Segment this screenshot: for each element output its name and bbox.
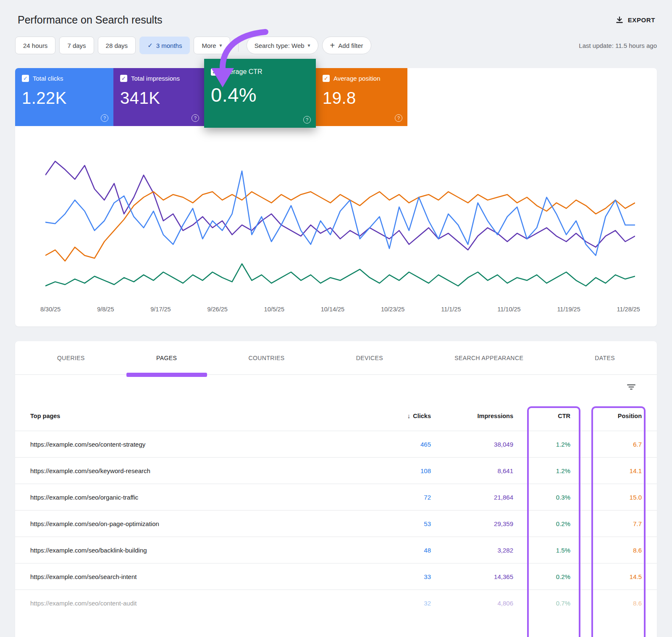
x-tick: 8/30/25 [40, 306, 60, 313]
tab-countries[interactable]: COUNTRIES [248, 341, 284, 374]
average-position-card[interactable]: ✓ Average position 19.8 ? [316, 68, 407, 126]
clicks-value: 48 [360, 547, 431, 554]
table-header-row: Top pages ↓Clicks Impressions CTR Positi… [15, 401, 657, 431]
tab-label: SEARCH APPEARANCE [454, 355, 523, 361]
tab-label: QUERIES [57, 355, 85, 361]
range-chip-28-days[interactable]: 28 days [98, 37, 136, 54]
table-row: https://example.com/seo/search-intent 33… [15, 563, 657, 590]
impressions-value: 29,359 [431, 520, 513, 527]
position-value: 8.6 [570, 547, 642, 554]
header-ctr[interactable]: CTR [513, 413, 570, 419]
clicks-value: 465 [360, 441, 431, 448]
clicks-value: 53 [360, 520, 431, 527]
table-row: https://example.com/seo/content-strategy… [15, 431, 657, 458]
impressions-value: 4,806 [431, 600, 513, 607]
range-chip-24-hours[interactable]: 24 hours [15, 37, 55, 54]
page-url-link[interactable]: https://example.com/seo/content-strategy [30, 441, 360, 448]
average-ctr-card[interactable]: ✓ Average CTR 0.4% ? [204, 59, 316, 128]
page-url-link[interactable]: https://example.com/seo/organic-traffic [30, 494, 360, 501]
tab-devices[interactable]: DEVICES [356, 341, 383, 374]
ctr-value: 0.7% [513, 600, 570, 607]
add-filter-button[interactable]: + Add filter [322, 37, 371, 54]
header-clicks-label: Clicks [413, 413, 431, 419]
ctr-value: 1.5% [513, 547, 570, 554]
checkbox-checked-icon[interactable]: ✓ [22, 75, 29, 82]
help-icon[interactable]: ? [192, 114, 199, 122]
position-value: 14.1 [570, 467, 642, 474]
impressions-value: 14,365 [431, 573, 513, 580]
download-icon [615, 16, 624, 24]
performance-chart-panel: ✓ Total clicks 1.22K ? ✓ Total impressio… [15, 68, 657, 326]
page-url-link[interactable]: https://example.com/seo/search-intent [30, 573, 360, 580]
help-icon[interactable]: ? [395, 114, 402, 122]
x-tick: 10/23/25 [381, 306, 404, 313]
plus-icon: + [330, 41, 335, 50]
page-url-link[interactable]: https://example.com/seo/backlink-buildin… [30, 547, 360, 554]
x-tick: 11/28/25 [617, 306, 640, 313]
ctr-value: 1.2% [513, 467, 570, 474]
clicks-value: 32 [360, 600, 431, 607]
table-row: https://example.com/seo/content-audit 32… [15, 590, 657, 616]
table-row: https://example.com/seo/backlink-buildin… [15, 537, 657, 563]
header-impressions[interactable]: Impressions [431, 413, 513, 419]
metric-label: Total impressions [131, 75, 180, 82]
impressions-value: 21,864 [431, 494, 513, 501]
clicks-value: 33 [360, 573, 431, 580]
clicks-value: 72 [360, 494, 431, 501]
search-type-dropdown[interactable]: Search type: Web ▾ [247, 37, 318, 54]
header-impressions-label: Impressions [478, 413, 513, 419]
more-dropdown[interactable]: More ▾ [194, 37, 230, 54]
position-value: 7.7 [570, 520, 642, 527]
checkbox-checked-icon[interactable]: ✓ [323, 75, 330, 82]
total-impressions-card[interactable]: ✓ Total impressions 341K ? [113, 68, 204, 126]
tab-pages[interactable]: PAGES [156, 341, 177, 374]
position-value: 8.6 [570, 600, 642, 607]
page-header: Performance on Search results EXPORT [15, 10, 657, 29]
dimension-tabs: QUERIES PAGES COUNTRIES DEVICES SEARCH A… [15, 341, 657, 375]
help-icon[interactable]: ? [303, 116, 311, 124]
ctr-value: 0.2% [513, 520, 570, 527]
range-chip-3-months[interactable]: ✓ 3 months [139, 37, 190, 54]
page-url-link[interactable]: https://example.com/seo/keyword-research [30, 467, 360, 474]
range-chip-label: 24 hours [23, 42, 47, 49]
filter-bar: 24 hours 7 days 28 days ✓ 3 months More … [15, 36, 657, 55]
line-chart [45, 152, 635, 301]
checkbox-checked-icon[interactable]: ✓ [120, 75, 127, 82]
metric-value: 0.4% [211, 83, 309, 106]
export-label: EXPORT [628, 16, 655, 24]
range-chip-label: 3 months [156, 42, 182, 49]
metric-value: 1.22K [22, 89, 107, 108]
filter-table-button[interactable] [624, 381, 638, 395]
header-position[interactable]: Position [570, 413, 642, 419]
header-ctr-label: CTR [558, 413, 570, 419]
header-clicks-sort[interactable]: ↓Clicks [360, 412, 431, 419]
tab-dates[interactable]: DATES [595, 341, 615, 374]
metric-label: Average position [333, 75, 380, 82]
impressions-value: 8,641 [431, 467, 513, 474]
range-chip-7-days[interactable]: 7 days [59, 37, 94, 54]
table-toolbar [15, 375, 657, 401]
table-row: https://example.com/seo/keyword-research… [15, 458, 657, 484]
page-url-link[interactable]: https://example.com/seo/content-audit [30, 600, 360, 607]
results-table-panel: QUERIES PAGES COUNTRIES DEVICES SEARCH A… [15, 341, 657, 637]
tab-queries[interactable]: QUERIES [57, 341, 85, 374]
tab-search-appearance[interactable]: SEARCH APPEARANCE [454, 341, 523, 374]
tab-label: DATES [595, 355, 615, 361]
check-icon: ✓ [147, 42, 153, 49]
sort-desc-icon: ↓ [407, 412, 411, 419]
line-chart-svg [45, 152, 635, 301]
table-row: https://example.com/seo/on-page-optimiza… [15, 511, 657, 537]
metric-label: Average CTR [222, 68, 262, 76]
tab-label: DEVICES [356, 355, 383, 361]
checkbox-checked-icon[interactable]: ✓ [211, 68, 218, 76]
export-button[interactable]: EXPORT [614, 13, 657, 26]
x-tick: 11/10/25 [497, 306, 520, 313]
page-url-link[interactable]: https://example.com/seo/on-page-optimiza… [30, 520, 360, 527]
search-console-performance-page: Performance on Search results EXPORT 24 … [0, 10, 672, 637]
tab-label: COUNTRIES [248, 355, 284, 361]
total-clicks-card[interactable]: ✓ Total clicks 1.22K ? [15, 68, 113, 126]
help-icon[interactable]: ? [101, 114, 108, 122]
impressions-value: 38,049 [431, 441, 513, 448]
filter-chips: 24 hours 7 days 28 days ✓ 3 months More … [15, 37, 371, 54]
metric-cards: ✓ Total clicks 1.22K ? ✓ Total impressio… [15, 68, 657, 128]
